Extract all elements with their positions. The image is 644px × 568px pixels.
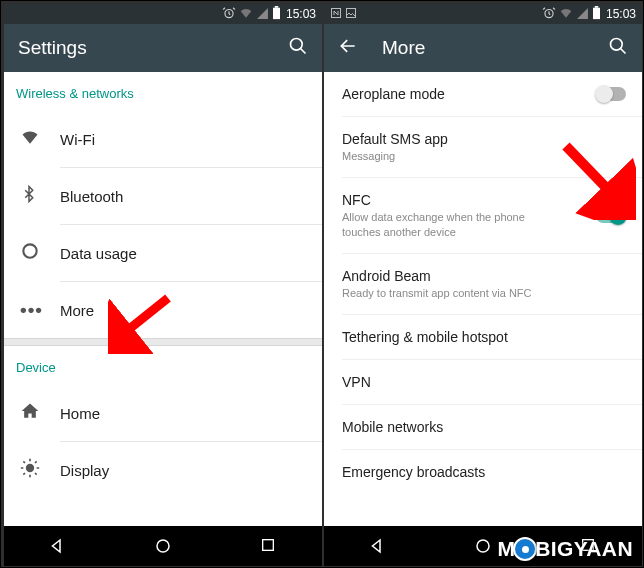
row-display[interactable]: Display [4,442,322,498]
label: Emergency broadcasts [342,464,626,480]
back-nav-icon[interactable] [48,537,66,555]
row-android-beam[interactable]: Android Beam Ready to transmit app conte… [324,254,642,314]
settings-panel: 15:03 Settings Wireless & networks Wi-Fi… [4,4,322,566]
label: Android Beam [342,268,626,284]
label: VPN [342,374,626,390]
back-nav-icon[interactable] [368,537,386,555]
svg-rect-12 [595,6,599,8]
label: Tethering & mobile hotspot [342,329,626,345]
page-title: Settings [18,37,288,59]
sublabel: Messaging [342,149,562,163]
svg-point-13 [611,38,623,50]
nfc-indicator-icon [330,7,342,21]
alarm-icon [222,6,236,22]
row-emergency[interactable]: Emergency broadcasts [324,450,642,494]
svg-rect-7 [263,540,274,551]
label: Display [60,462,109,479]
watermark-post: BIGYAAN [535,537,633,561]
row-nfc[interactable]: NFC Allow data exchange when the phone t… [324,178,642,253]
battery-icon [592,6,601,22]
signal-icon [576,7,589,22]
label: Bluetooth [60,188,123,205]
nfc-toggle[interactable] [596,209,626,223]
nav-bar [4,526,322,566]
section-divider [4,338,322,346]
image-icon [345,7,357,21]
signal-icon [256,7,269,22]
row-vpn[interactable]: VPN [324,360,642,404]
row-mobile-networks[interactable]: Mobile networks [324,405,642,449]
aeroplane-toggle[interactable] [596,87,626,101]
alarm-icon [542,6,556,22]
sublabel: Ready to transmit app content via NFC [342,286,562,300]
label: Wi-Fi [60,131,95,148]
svg-point-3 [291,38,303,50]
back-icon[interactable] [338,36,358,61]
row-home[interactable]: Home [4,385,322,441]
svg-rect-2 [275,6,279,8]
svg-rect-11 [593,8,600,19]
label: Home [60,405,100,422]
section-wireless: Wireless & networks [4,72,322,111]
search-icon[interactable] [608,36,628,61]
clock: 15:03 [286,7,316,21]
row-aeroplane[interactable]: Aeroplane mode [324,72,642,116]
clock: 15:03 [606,7,636,21]
appbar: Settings [4,24,322,72]
label: NFC [342,192,596,208]
home-icon [20,401,60,426]
row-more[interactable]: ••• More [4,282,322,338]
watermark: M BIGYAAN [497,537,633,561]
svg-point-5 [26,463,34,471]
label: Data usage [60,245,137,262]
label: Aeroplane mode [342,86,596,102]
page-title: More [382,37,608,59]
wifi-icon [239,6,253,22]
section-device: Device [4,346,322,385]
bluetooth-icon [20,185,60,208]
data-usage-icon [20,241,60,266]
row-data-usage[interactable]: Data usage [4,225,322,281]
recent-nav-icon[interactable] [260,537,278,555]
label: More [60,302,94,319]
row-default-sms[interactable]: Default SMS app Messaging [324,117,642,177]
appbar: More [324,24,642,72]
home-nav-icon[interactable] [474,537,492,555]
svg-rect-9 [347,9,356,18]
row-wifi[interactable]: Wi-Fi [4,111,322,167]
wifi-icon [20,127,60,152]
svg-point-14 [477,540,489,552]
svg-point-6 [157,540,169,552]
label: Mobile networks [342,419,626,435]
sublabel: Allow data exchange when the phone touch… [342,210,562,239]
status-bar: 15:03 [324,4,642,24]
row-tethering[interactable]: Tethering & mobile hotspot [324,315,642,359]
watermark-logo-icon [513,537,537,561]
more-panel: 15:03 More Aeroplane mode Default SMS ap… [324,4,642,566]
wifi-icon [559,6,573,22]
svg-rect-1 [273,8,280,19]
svg-point-4 [23,244,36,257]
status-bar: 15:03 [4,4,322,24]
label: Default SMS app [342,131,626,147]
row-bluetooth[interactable]: Bluetooth [4,168,322,224]
battery-icon [272,6,281,22]
search-icon[interactable] [288,36,308,61]
display-icon [20,458,60,483]
home-nav-icon[interactable] [154,537,172,555]
more-horizontal-icon: ••• [20,299,60,321]
